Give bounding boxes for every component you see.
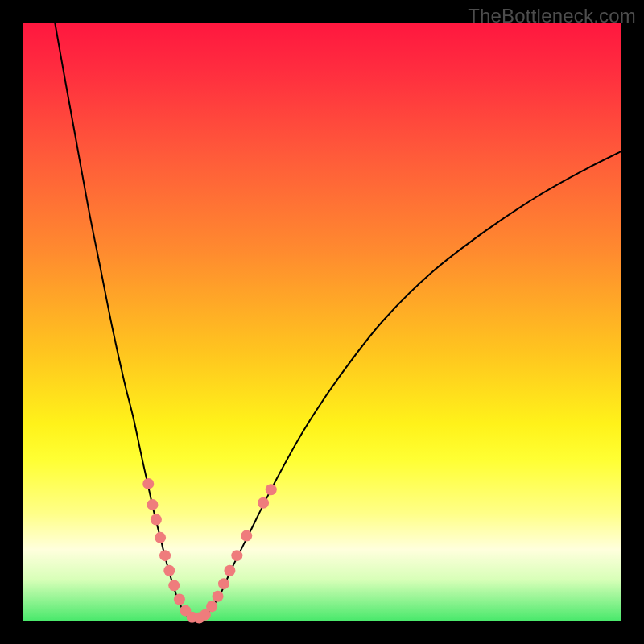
marker-group	[142, 478, 277, 624]
curve-left-branch	[55, 23, 184, 613]
data-marker	[174, 593, 185, 605]
curve-right-branch	[208, 151, 621, 613]
data-marker	[168, 580, 180, 591]
data-marker	[206, 601, 217, 612]
data-marker	[241, 530, 252, 542]
data-marker	[258, 497, 269, 509]
data-marker	[266, 484, 277, 495]
data-marker	[151, 514, 162, 526]
plot-area	[23, 23, 621, 621]
curve-layer	[23, 23, 621, 621]
data-marker	[224, 565, 235, 576]
data-marker	[147, 499, 158, 510]
data-marker	[218, 578, 229, 589]
data-marker	[159, 550, 171, 561]
data-marker	[142, 478, 154, 489]
data-marker	[231, 550, 242, 561]
data-marker	[213, 591, 224, 602]
chart-frame: TheBottleneck.com	[0, 0, 644, 644]
data-marker	[155, 532, 166, 543]
data-marker	[163, 565, 175, 576]
